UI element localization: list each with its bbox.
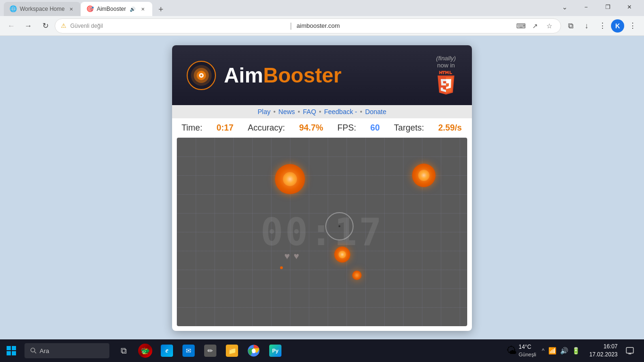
html5-badge: (finally) now in [434,55,458,96]
clock-date: 17.02.2023 [589,351,618,359]
nav-donate[interactable]: Donate [365,108,386,115]
close-button[interactable]: ✕ [619,0,640,14]
hearts-display: ♥ ♥ [284,251,299,262]
settings-button[interactable]: ⋮ [595,18,610,33]
taskbar-icons: ⧉ 🐲 e ✉ ✏ 📁 [113,340,286,361]
maximize-button[interactable]: ❐ [597,0,619,14]
desktop: 🌐 Workspace Home ✕ 🎯 AimBooster 🔊 ✕ + ⌄ … [0,0,644,362]
new-tab-button[interactable]: + [154,3,167,16]
tab-mute-aimbooster[interactable]: 🔊 [129,5,136,13]
weather-condition: Güneşli [519,351,536,358]
pycharm-icon: Py [269,345,281,357]
notification-button[interactable] [619,340,640,361]
task-view-icon: ⧉ [117,345,130,357]
target-4[interactable] [352,271,362,280]
taskbar-chrome[interactable] [243,340,264,361]
taskbar-clock[interactable]: 16:07 17.02.2023 [589,343,618,359]
tab-title-aimbooster: AimBooster [97,6,126,12]
toolbar-right: ⧉ ↓ ⋮ K ⋮ [563,18,640,33]
nav-feedback[interactable]: Feedback - [324,108,357,115]
nav-news[interactable]: News [279,108,295,115]
dragon-icon: 🐲 [138,344,152,358]
aimbooster-container: AimBooster (finally) now in [172,45,472,331]
svg-rect-6 [7,346,11,350]
svg-rect-8 [7,351,11,355]
sys-tray-expand[interactable]: ^ [542,347,545,354]
nav-dot-4: • [360,108,362,115]
logo-icon [186,60,216,90]
bookmark-icon[interactable]: ☆ [544,20,555,32]
nav-dot-1: • [273,108,276,115]
security-label: Güvenli değil [70,23,285,29]
address-url: aimbooster.com [297,22,512,29]
nav-play[interactable]: Play [257,108,270,115]
particle-dot [280,266,283,269]
share-icon[interactable]: ↗ [529,20,541,32]
volume-icon[interactable]: 🔊 [560,347,568,354]
logo-text: AimBooster [224,64,341,87]
time-label: Time: [182,123,202,133]
taskbar-mail[interactable]: ✉ [178,340,199,361]
target-3-inner [339,251,346,258]
tab-favicon-aimbooster: 🎯 [86,5,94,13]
taskbar-pen[interactable]: ✏ [200,340,221,361]
fps-label: FPS: [337,123,356,133]
svg-point-14 [252,349,256,353]
back-button[interactable]: ← [4,18,19,33]
taskbar-edge[interactable]: e [157,340,177,361]
logo-booster: Booster [263,64,341,87]
battery-icon[interactable]: 🔋 [572,347,580,354]
nav-faq[interactable]: FAQ [303,108,316,115]
game-area[interactable]: 00:17 [177,138,467,326]
address-icons: ⌨ ↗ ☆ [515,20,555,32]
profile-button[interactable]: K [611,19,624,33]
fps-value: 60 [370,123,380,133]
now-in-label: now in [437,62,455,69]
tab-workspace[interactable]: 🌐 Workspace Home ✕ [4,2,81,16]
tab-favicon-workspace: 🌐 [9,5,17,13]
search-icon [30,347,37,354]
aim-stats: Time: 0:17 Accuracy: 94.7% FPS: 60 Targe… [172,118,472,138]
weather-widget[interactable]: 🌤 14°C Güneşli [506,344,536,358]
taskbar-task-view[interactable]: ⧉ [113,340,134,361]
svg-point-10 [31,348,34,352]
address-input[interactable]: ⚠ Güvenli değil | aimbooster.com ⌨ ↗ ☆ [55,18,561,33]
search-placeholder: Ara [40,347,49,354]
taskbar-search[interactable]: Ara [25,343,109,358]
forward-button[interactable]: → [21,18,36,33]
weather-icon: 🌤 [506,345,517,357]
edge-icon: e [161,345,173,357]
svg-rect-15 [627,347,634,353]
refresh-button[interactable]: ↻ [38,18,53,33]
page-content: AimBooster (finally) now in [0,36,644,339]
crosshair-dot [339,225,340,227]
window-controls: − ❐ ✕ [575,0,640,14]
taskbar-dragon[interactable]: 🐲 [135,340,156,361]
extensions-button[interactable]: ⧉ [563,18,578,33]
nav-dot-3: • [319,108,322,115]
address-separator: | [290,22,292,30]
tab-bar-right: ⌄ − ❐ ✕ [558,0,640,16]
network-icon[interactable]: 📶 [548,347,556,354]
target-2-inner [418,170,429,181]
tab-bar: 🌐 Workspace Home ✕ 🎯 AimBooster 🔊 ✕ + ⌄ … [0,0,644,16]
translate-icon[interactable]: ⌨ [515,20,527,32]
tab-aimbooster[interactable]: 🎯 AimBooster 🔊 ✕ [81,2,152,16]
targets-label: Targets: [394,123,424,133]
windows-logo-icon [7,346,16,355]
taskbar-pycharm[interactable]: Py [265,340,286,361]
tab-close-workspace[interactable]: ✕ [67,5,75,13]
aim-nav: Play • News • FAQ • Feedback - • Donate [172,105,472,118]
minimize-button[interactable]: − [575,0,597,14]
aim-header: AimBooster (finally) now in [172,45,472,105]
heart-2: ♥ [294,251,299,262]
target-1-inner [283,172,297,186]
tab-list-button[interactable]: ⌄ [558,0,571,14]
taskbar-files[interactable]: 📁 [222,340,242,361]
tab-close-aimbooster[interactable]: ✕ [139,5,147,13]
browser-window: 🌐 Workspace Home ✕ 🎯 AimBooster 🔊 ✕ + ⌄ … [0,0,644,339]
targets-value: 2.59/s [438,123,462,133]
start-button[interactable] [0,339,23,362]
more-button[interactable]: ⋮ [625,18,640,33]
save-button[interactable]: ↓ [579,18,594,33]
